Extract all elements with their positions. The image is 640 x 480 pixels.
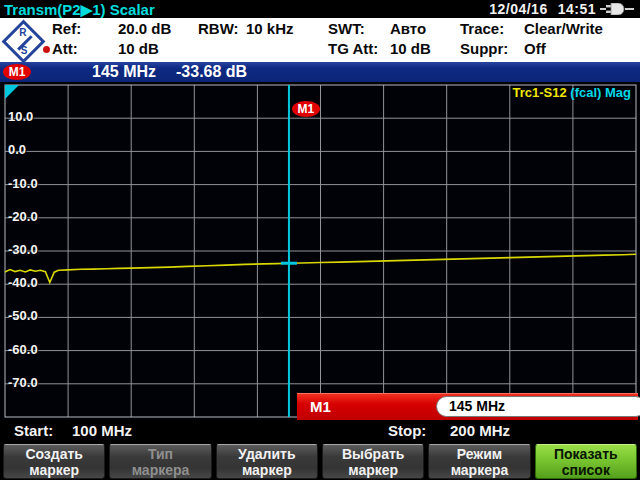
suppr-label: Suppr: — [460, 40, 508, 57]
trace-label: Trace: — [460, 20, 504, 37]
stop-label: Stop: — [388, 422, 426, 439]
tg-att-value[interactable]: 10 dB — [390, 40, 431, 57]
suppr-value[interactable]: Off — [524, 40, 546, 57]
logo-letter-s: S — [21, 45, 28, 56]
y-axis-tick-label: -20.0 — [8, 209, 38, 224]
rohde-schwarz-logo: R S — [2, 20, 46, 64]
marker-frequency-input[interactable]: 145 MHz — [436, 396, 640, 417]
rbw-value[interactable]: 10 kHz — [246, 20, 294, 37]
y-axis-tick-label: -40.0 — [8, 275, 38, 290]
frequency-range-bar: Start: 100 MHz Stop: 200 MHz — [0, 420, 640, 443]
start-value[interactable]: 100 MHz — [72, 422, 132, 439]
marker-badge: M1 — [3, 64, 31, 80]
softkey-select-marker[interactable]: Выбратьмаркер — [322, 444, 424, 479]
ref-value[interactable]: 20.0 dB — [118, 20, 171, 37]
measurement-graph: Trc1-S12 (fcal) Mag M1 10.00.0-10.0-20.0… — [0, 82, 640, 420]
softkey-create-marker[interactable]: Создатьмаркер — [3, 444, 105, 479]
ac-power-icon — [600, 3, 634, 15]
att-label: Att: — [52, 40, 78, 57]
rbw-label: RBW: — [198, 20, 239, 37]
softkey-show-list[interactable]: Показатьсписок — [535, 444, 637, 479]
ref-label: Ref: — [52, 20, 81, 37]
y-axis-tick-label: -30.0 — [8, 242, 38, 257]
y-axis-tick-label: -50.0 — [8, 308, 38, 323]
settings-panel: R S Ref: 20.0 dB RBW: 10 kHz SWT: Авто T… — [0, 18, 640, 62]
stop-value[interactable]: 200 MHz — [450, 422, 510, 439]
softkey-bar: Создатьмаркер Типмаркера Удалитьмаркер В… — [0, 444, 640, 480]
marker-frequency-readout: 145 MHz — [92, 63, 156, 81]
analyzer-screen: Transm(P2▶1) Scalar 12/04/1614:51 R S Re… — [0, 0, 640, 480]
marker-readout-bar: M1 145 MHz -33.68 dB — [0, 62, 640, 82]
swt-value[interactable]: Авто — [390, 20, 426, 37]
title-bar: Transm(P2▶1) Scalar 12/04/1614:51 — [0, 0, 640, 18]
softkey-marker-mode[interactable]: Режиммаркера — [428, 444, 530, 479]
measurement-mode-title: Transm(P2▶1) Scalar — [4, 1, 155, 19]
softkey-marker-type: Типмаркера — [109, 444, 211, 479]
marker-flag-m1[interactable]: M1 — [292, 101, 320, 117]
marker-input-bar: M1 145 MHz — [297, 393, 638, 420]
y-axis-tick-label: -70.0 — [8, 375, 38, 390]
start-label: Start: — [14, 422, 53, 439]
logo-letter-r: R — [19, 27, 26, 38]
tg-att-label: TG Att: — [328, 40, 378, 57]
y-axis-tick-label: -60.0 — [8, 342, 38, 357]
datetime: 12/04/1614:51 — [489, 1, 596, 17]
softkey-delete-marker[interactable]: Удалитьмаркер — [216, 444, 318, 479]
att-active-dot — [43, 46, 50, 53]
trace-legend: Trc1-S12 (fcal) Mag — [513, 85, 632, 100]
y-axis-tick-label: -10.0 — [8, 176, 38, 191]
trace-plot — [0, 82, 640, 420]
trace-legend-suffix: (fcal) Mag — [570, 85, 631, 100]
trace-value[interactable]: Clear/Write — [524, 20, 603, 37]
trace-legend-name: Trc1-S12 — [513, 85, 567, 100]
marker-level-readout: -33.68 dB — [176, 63, 247, 81]
time-text: 14:51 — [558, 1, 596, 17]
date-text: 12/04/16 — [489, 1, 548, 17]
y-axis-tick-label: 0.0 — [8, 142, 26, 157]
marker-input-label: M1 — [310, 398, 331, 415]
swt-label: SWT: — [328, 20, 365, 37]
y-axis-tick-label: 10.0 — [8, 109, 33, 124]
att-value[interactable]: 10 dB — [118, 40, 159, 57]
